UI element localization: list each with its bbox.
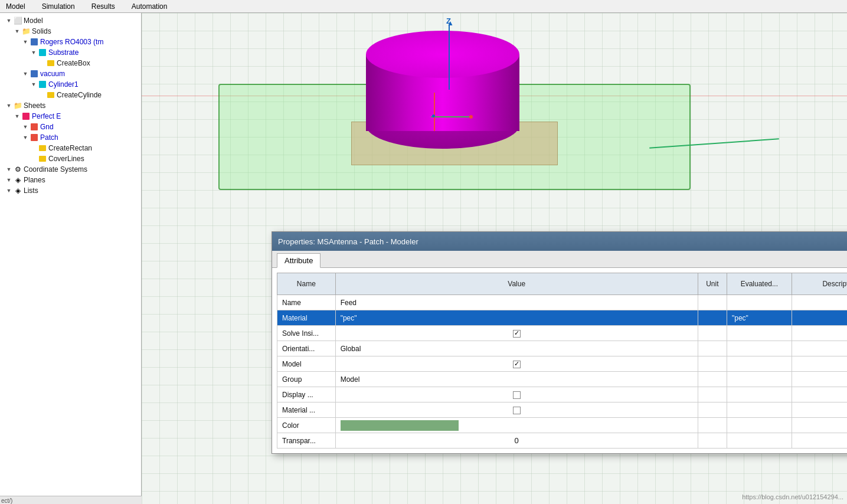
- cell-eval-1: "pec": [727, 310, 792, 326]
- toggle-rogers[interactable]: ▼: [21, 38, 30, 46]
- cell-unit-1: [698, 310, 727, 326]
- checkbox-display[interactable]: [513, 391, 521, 399]
- toggle-coverlines[interactable]: [30, 155, 38, 163]
- tree-label-patch: Patch: [40, 133, 58, 142]
- checkbox-solve-inside[interactable]: [513, 330, 521, 338]
- toggle-createbox[interactable]: [38, 59, 46, 67]
- tree-item-gnd[interactable]: ▼ Gnd: [0, 122, 141, 132]
- tree-item-substrate[interactable]: ▼ Substrate: [0, 47, 141, 58]
- tree-scrollbar[interactable]: ect/): [0, 496, 142, 504]
- tree-item-coord-systems[interactable]: ▼ ⚙ Coordinate Systems: [0, 164, 141, 175]
- createbox-icon: [46, 58, 55, 68]
- cell-value-4[interactable]: [335, 356, 698, 372]
- properties-table: Name Value Unit Evaluated... Description…: [277, 273, 847, 449]
- toggle-gnd[interactable]: ▼: [21, 123, 30, 131]
- toggle-patch[interactable]: ▼: [21, 133, 30, 142]
- toggle-cylinder1[interactable]: ▼: [30, 80, 38, 89]
- tree-item-cylinder1[interactable]: ▼ Cylinder1: [0, 79, 141, 90]
- menu-results[interactable]: Results: [88, 1, 119, 12]
- cell-value-2[interactable]: [335, 326, 698, 341]
- tree-label-coord: Coordinate Systems: [24, 165, 87, 174]
- cell-desc-1: [792, 310, 847, 326]
- cell-value-5[interactable]: Model: [335, 372, 698, 387]
- cell-value-8[interactable]: [335, 418, 698, 433]
- cell-value-0[interactable]: Feed: [335, 295, 698, 310]
- table-row-material-disp[interactable]: Material ...: [277, 402, 848, 418]
- tree-item-perfect-e[interactable]: ▼ Perfect E: [0, 111, 141, 122]
- cell-name-0: Name: [277, 295, 336, 310]
- table-row-group[interactable]: Group Model: [277, 372, 848, 387]
- table-row-solve-inside[interactable]: Solve Insi...: [277, 326, 848, 341]
- toggle-perfect-e[interactable]: ▼: [13, 112, 21, 120]
- table-row-material[interactable]: Material "pec" "pec": [277, 310, 848, 326]
- col-header-value: Value: [335, 273, 698, 295]
- tree-label-createcylinde: CreateCylinde: [57, 91, 102, 99]
- tab-attribute[interactable]: Attribute: [277, 253, 321, 268]
- cell-name-5: Group: [277, 372, 336, 387]
- col-header-name: Name: [277, 273, 336, 295]
- toggle-coord[interactable]: ▼: [5, 165, 13, 174]
- toggle-solids[interactable]: ▼: [13, 27, 21, 35]
- toggle-substrate[interactable]: ▼: [30, 48, 38, 57]
- folder-icon-solids: 📁: [21, 27, 31, 36]
- tree-item-solids[interactable]: ▼ 📁 Solids: [0, 26, 141, 37]
- toggle-sheets[interactable]: ▼: [5, 102, 13, 110]
- tree-item-sheets[interactable]: ▼ 📁 Sheets: [0, 100, 141, 111]
- ect-label: ect/): [0, 496, 14, 504]
- cell-value-3[interactable]: Global: [335, 341, 698, 356]
- tree-item-createbox[interactable]: CreateBox: [0, 58, 141, 68]
- tree-item-coverlines[interactable]: CoverLines: [0, 153, 141, 164]
- toggle-createrect[interactable]: [30, 144, 38, 152]
- toggle-lists[interactable]: ▼: [5, 186, 13, 195]
- table-row-orientation[interactable]: Orientati... Global: [277, 341, 848, 356]
- tree-item-model[interactable]: ▼ ⬜ Model: [0, 15, 141, 26]
- color-swatch[interactable]: [341, 420, 459, 431]
- table-row-transparency[interactable]: Transpar... 0: [277, 433, 848, 449]
- checkbox-model[interactable]: [513, 361, 521, 368]
- cell-unit-2: [698, 326, 727, 341]
- tree-item-patch[interactable]: ▼ Patch: [0, 132, 141, 143]
- menu-simulation[interactable]: Simulation: [38, 1, 79, 12]
- tree-label-lists: Lists: [24, 186, 38, 195]
- cell-desc-0: [792, 295, 847, 310]
- tree-item-vacuum[interactable]: ▼ vacuum: [0, 68, 141, 79]
- menu-automation[interactable]: Automation: [128, 1, 171, 12]
- table-row-display[interactable]: Display ...: [277, 387, 848, 402]
- cell-eval-9: [727, 433, 792, 449]
- cell-value-1[interactable]: "pec": [335, 310, 698, 326]
- checkbox-material-disp[interactable]: [513, 407, 521, 414]
- properties-dialog: Properties: MSAntenna - Patch - Modeler …: [272, 231, 847, 454]
- cell-eval-3: [727, 341, 792, 356]
- tree-item-lists[interactable]: ▼ ◈ Lists: [0, 185, 141, 196]
- table-row-color[interactable]: Color: [277, 418, 848, 433]
- menu-bar: Model Simulation Results Automation: [0, 0, 847, 13]
- tree-label-planes: Planes: [24, 176, 45, 184]
- tree-label-vacuum: vacuum: [40, 70, 65, 78]
- toggle-planes[interactable]: ▼: [5, 176, 13, 184]
- toggle-createcylinde[interactable]: [38, 91, 46, 99]
- col-header-evaluated: Evaluated...: [727, 273, 792, 295]
- tree-label-gnd: Gnd: [40, 123, 54, 131]
- gnd-icon: [30, 122, 39, 132]
- tree-label-substrate: Substrate: [48, 48, 79, 57]
- cell-value-7[interactable]: [335, 402, 698, 418]
- menu-model[interactable]: Model: [2, 1, 29, 12]
- cell-unit-6: [698, 387, 727, 402]
- tree-label-createrect: CreateRectan: [48, 144, 92, 152]
- tree-item-createrect[interactable]: CreateRectan: [0, 143, 141, 153]
- tree-item-rogers[interactable]: ▼ Rogers RO4003 (tm: [0, 37, 141, 47]
- tree-label-solids: Solids: [32, 27, 51, 35]
- cell-name-7: Material ...: [277, 402, 336, 418]
- cell-value-6[interactable]: [335, 387, 698, 402]
- sheets-icon: 📁: [13, 101, 22, 110]
- toggle-model[interactable]: ▼: [5, 17, 13, 25]
- tree-item-planes[interactable]: ▼ ◈ Planes: [0, 175, 141, 185]
- cell-unit-5: [698, 372, 727, 387]
- toggle-vacuum[interactable]: ▼: [21, 70, 30, 78]
- tree-item-createcylinde[interactable]: CreateCylinde: [0, 90, 141, 100]
- table-row-name[interactable]: Name Feed: [277, 295, 848, 310]
- table-row-model[interactable]: Model: [277, 356, 848, 372]
- cell-value-9[interactable]: 0: [335, 433, 698, 449]
- cell-name-9: Transpar...: [277, 433, 336, 449]
- tree-label-createbox: CreateBox: [57, 59, 90, 67]
